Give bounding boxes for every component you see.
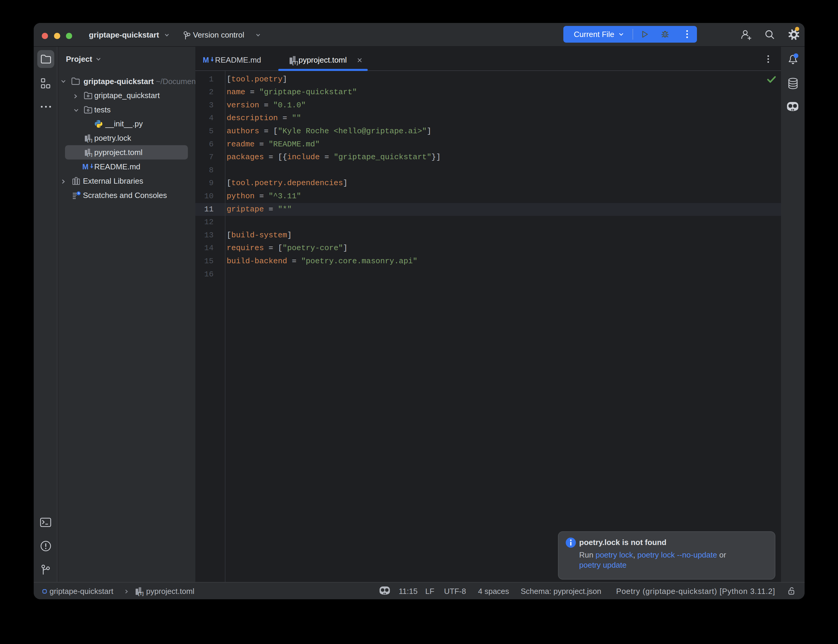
- svg-text:[T]: [T]: [87, 152, 92, 157]
- svg-text:[T]: [T]: [87, 138, 92, 143]
- svg-text:[T]: [T]: [292, 60, 298, 65]
- svg-text:[T]: [T]: [138, 591, 143, 596]
